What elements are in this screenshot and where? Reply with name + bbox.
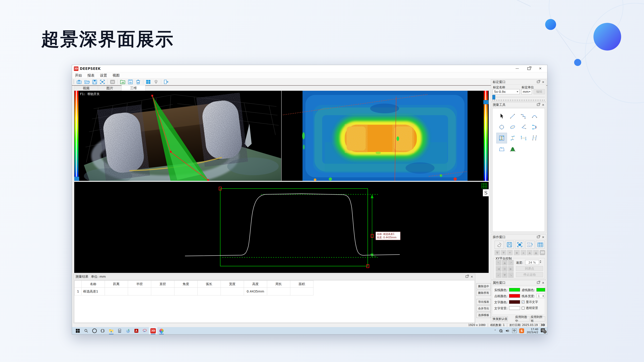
calibration-slider-handle[interactable] (492, 95, 495, 99)
s-button[interactable]: S (483, 189, 489, 196)
volume-icon[interactable] (506, 329, 510, 333)
stop-motion-button[interactable]: 停止运动 (516, 272, 543, 277)
light-button[interactable] (153, 79, 160, 85)
exit-button[interactable] (163, 79, 170, 85)
heatmap-viewport[interactable] (282, 91, 489, 181)
menu-settings[interactable]: 设置 (100, 73, 107, 78)
height-colorbar-left[interactable] (74, 91, 78, 181)
network-globe-icon[interactable] (499, 329, 503, 333)
restore-defaults-button[interactable]: 恢复默认值 (492, 316, 508, 322)
calibration-slider-track[interactable] (493, 97, 545, 97)
search-button[interactable] (82, 327, 90, 334)
calibration-unit-select[interactable]: mm (521, 89, 532, 94)
tab-picture[interactable]: 图片 (98, 86, 122, 91)
tool-horizontal-distance[interactable] (518, 133, 529, 143)
delete-3d-button[interactable]: 3D (135, 79, 142, 85)
table-button[interactable] (536, 241, 545, 249)
move-right-button[interactable]: ▶ (508, 266, 514, 272)
solid-color-swatch[interactable] (509, 288, 520, 292)
z-auto-button[interactable]: ◆ (514, 250, 520, 255)
move-up-left-button[interactable]: ↖ (496, 260, 501, 266)
layout-button[interactable] (145, 79, 152, 85)
line-width-input[interactable]: 1 (536, 294, 545, 298)
height-colorbar-right[interactable] (484, 91, 488, 181)
menu-report[interactable]: 报表 (88, 73, 94, 78)
notification-center-button[interactable]: 4 (541, 328, 546, 333)
close-panel-icon[interactable]: × (470, 275, 473, 278)
close-panel-icon[interactable]: × (542, 103, 544, 106)
close-panel-icon[interactable]: × (542, 281, 544, 284)
float-panel-icon[interactable] (537, 282, 540, 284)
tool-box-height[interactable] (496, 133, 507, 143)
float-panel-icon[interactable] (466, 276, 468, 278)
delete-all-button[interactable]: 删除所有 (476, 290, 491, 296)
viewer-app-button[interactable] (124, 327, 132, 334)
3d-viewport[interactable]: F1: 帮助开关 (74, 91, 281, 181)
tool-angle[interactable] (518, 122, 529, 132)
speed-input[interactable]: 24 % (525, 260, 539, 265)
fullscreen-button[interactable] (99, 79, 106, 85)
3d-scan-button[interactable]: 3D (540, 250, 545, 255)
table-row[interactable]: 1 框选高差1 0.4435mm (74, 288, 314, 295)
calibration-name-select[interactable]: 5x-0.9x (493, 89, 520, 94)
menu-start[interactable]: 开始 (75, 73, 82, 78)
tool-line[interactable] (507, 111, 518, 121)
export-report-button[interactable]: 导出报表 (476, 299, 491, 305)
close-button[interactable]: × (539, 66, 542, 71)
tool-curve[interactable] (529, 122, 540, 132)
close-panel-icon[interactable]: × (542, 80, 544, 83)
z-down-fast-button[interactable]: ▼ (494, 250, 500, 255)
start-button[interactable] (74, 327, 82, 334)
text-bg-swatch[interactable] (509, 306, 520, 310)
save-3d-button[interactable]: 3D (127, 79, 134, 85)
move-down-left-button[interactable]: ↙ (496, 272, 501, 278)
clear-button[interactable] (494, 241, 504, 249)
minimize-button[interactable]: — (516, 66, 519, 71)
dashed-color-swatch[interactable] (536, 288, 545, 292)
camera-capture-button[interactable] (76, 79, 82, 85)
select-template-button[interactable]: 选择模板 (476, 312, 491, 318)
taskbar-clock[interactable]: 17:40 2025/4/2 (527, 328, 538, 334)
edit-calibration-button[interactable]: 编辑 (534, 89, 545, 94)
colorbar-handle-right[interactable] (483, 100, 488, 104)
3d-mode-button[interactable]: 3D (109, 79, 116, 85)
float-panel-icon[interactable] (537, 81, 540, 83)
acrobat-button[interactable] (132, 327, 140, 334)
apply-all-button[interactable]: 应用到所有 (531, 316, 545, 322)
capture-view-button[interactable] (515, 241, 524, 249)
open-3d-button[interactable]: 3D (119, 79, 126, 85)
menu-view[interactable]: 视图 (112, 73, 120, 78)
show-text-checkbox[interactable]: ✓ (522, 301, 524, 304)
cortana-button[interactable] (90, 327, 99, 334)
tool-polyline[interactable] (518, 111, 529, 121)
profile-viewport[interactable]: S 名称: 框选高差1 高度: 0.4435mm (74, 182, 489, 273)
delete-selected-button[interactable]: 删除选中 (476, 283, 491, 289)
paint-app-button[interactable] (157, 327, 166, 334)
close-panel-icon[interactable]: × (542, 236, 544, 238)
float-panel-icon[interactable] (537, 236, 540, 238)
restore-button[interactable] (528, 66, 530, 71)
sogou-tray-icon[interactable]: S (519, 328, 524, 333)
speed-stepper[interactable] (540, 260, 541, 263)
task-view-button[interactable] (99, 327, 107, 334)
tool-peak[interactable]: S (507, 144, 518, 154)
move-up-right-button[interactable]: ↗ (508, 260, 514, 266)
tab-video[interactable]: 视频 (74, 86, 98, 91)
move-up-button[interactable]: ▲ (502, 260, 508, 266)
text-color-swatch[interactable] (509, 300, 520, 304)
colorbar-handle[interactable] (74, 177, 79, 181)
snipping-tool-button[interactable]: ✂ (140, 327, 149, 334)
grid-toggle-icon[interactable] (481, 183, 487, 189)
transparent-bg-checkbox[interactable] (522, 307, 524, 310)
tray-expand-icon[interactable]: ⌃ (494, 329, 496, 333)
z-up-slow-button[interactable]: ▲ (521, 250, 526, 255)
open-file-button[interactable] (84, 79, 90, 85)
z-down-slow-button[interactable]: ▼ (507, 250, 512, 255)
compare-button[interactable] (526, 241, 534, 249)
tool-ellipse[interactable] (507, 122, 518, 132)
tool-step-height[interactable] (507, 133, 518, 143)
float-panel-icon[interactable] (537, 104, 540, 106)
merge-export-button[interactable]: 合并导出 (476, 306, 491, 311)
deepseek-3d-app-button[interactable]: 3D (149, 327, 157, 334)
z-down-button[interactable]: ▼ (501, 250, 506, 255)
